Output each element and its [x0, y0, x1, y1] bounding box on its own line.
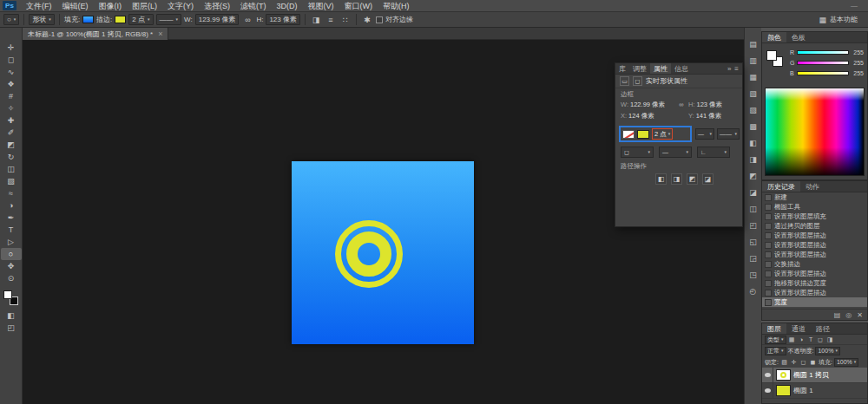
type-tool[interactable]: T	[1, 224, 22, 236]
path-arrangement-icon[interactable]: ∷	[339, 14, 352, 25]
tab-info[interactable]: 信息	[671, 63, 692, 74]
subtract-shape-icon[interactable]: ◨	[671, 173, 682, 185]
eraser-tool[interactable]: ◫	[1, 163, 22, 175]
tool-mode-select[interactable]: 形状 ▾	[29, 14, 55, 25]
menu-window[interactable]: 窗口(W)	[339, 0, 378, 12]
layer-thumbnail[interactable]	[776, 385, 791, 396]
tab-properties[interactable]: 属性	[650, 63, 671, 74]
dock-panel-icon-15[interactable]: ◳	[748, 270, 759, 280]
crop-tool[interactable]: #	[1, 90, 22, 102]
close-icon[interactable]: ×	[158, 29, 162, 38]
green-slider[interactable]	[797, 61, 849, 65]
link-dimensions-icon[interactable]: ∞	[241, 14, 253, 25]
filter-shape-layers-icon[interactable]: ◻	[817, 336, 825, 343]
collapse-panel-icon[interactable]: »	[727, 65, 731, 73]
stroke-corners-dropdown[interactable]: ∟ ▾	[697, 147, 730, 158]
menu-type[interactable]: 文字(Y)	[162, 0, 199, 12]
history-item[interactable]: 设置形状图层描边	[762, 231, 867, 240]
tool-preset-dropdown[interactable]: ○ ▾	[3, 14, 19, 25]
dock-panel-icon-1[interactable]: ▤	[748, 40, 759, 49]
blue-slider[interactable]	[797, 71, 849, 75]
dock-panel-icon-5[interactable]: ▨	[748, 106, 759, 115]
brush-tool[interactable]: ✐	[1, 127, 22, 139]
tab-layers[interactable]: 图层	[762, 323, 786, 334]
no-fill-swatch[interactable]	[622, 130, 635, 139]
tab-color[interactable]: 颜色	[762, 32, 786, 42]
menu-layer[interactable]: 图层(L)	[127, 0, 162, 12]
stroke-align-dropdown[interactable]: ◻ ▾	[621, 147, 654, 158]
shape-height-field[interactable]: 123 像素	[266, 14, 300, 25]
history-item[interactable]: 椭圆工具	[762, 202, 867, 212]
stroke-color-swatch[interactable]	[637, 130, 649, 139]
delete-state-icon[interactable]: ✕	[857, 311, 863, 319]
dock-panel-icon-7[interactable]: ◧	[748, 139, 759, 148]
dock-panel-icon-4[interactable]: ▧	[748, 89, 759, 99]
dock-panel-icon-6[interactable]: ▩	[748, 122, 759, 132]
tab-actions[interactable]: 动作	[800, 181, 825, 192]
history-item[interactable]: 设置形状图层描边	[762, 240, 867, 250]
blur-tool[interactable]: ≈	[1, 187, 22, 199]
stroke-style-dropdown[interactable]: — ▾	[695, 128, 714, 140]
lock-all-icon[interactable]: ◼	[809, 359, 817, 366]
tab-swatches[interactable]: 色板	[786, 32, 811, 42]
layer-row-ellipse-1-copy[interactable]: 椭圆 1 拷贝	[762, 368, 867, 383]
align-edges-checkbox[interactable]	[376, 16, 383, 23]
link-dimensions-icon[interactable]: ∞	[676, 101, 687, 108]
history-item-selected[interactable]: 宽度	[762, 297, 867, 307]
dock-panel-icon-3[interactable]: ▦	[748, 73, 759, 82]
dock-panel-icon-11[interactable]: ◫	[748, 205, 759, 214]
blend-mode-select[interactable]: 正常 ▾	[765, 347, 786, 355]
stroke-type-dropdown[interactable]: —— ▾	[717, 128, 740, 140]
history-item[interactable]: 交换描边	[762, 259, 867, 269]
path-selection-tool[interactable]: ▷	[1, 236, 22, 248]
x-value[interactable]: 124 像素	[628, 112, 654, 121]
document-tab[interactable]: 未标题-1 @ 100%(椭圆 1 拷贝, RGB/8) * ×	[23, 28, 168, 40]
tab-libraries[interactable]: 库	[615, 63, 629, 74]
y-value[interactable]: 141 像素	[696, 112, 722, 121]
eyedropper-tool[interactable]: ✧	[1, 102, 22, 114]
color-spectrum-ramp[interactable]	[765, 88, 865, 176]
menu-3d[interactable]: 3D(D)	[272, 0, 303, 12]
path-operations-icon[interactable]: ◨	[310, 14, 322, 25]
visibility-cell[interactable]	[762, 383, 773, 398]
blue-value[interactable]: 255	[852, 70, 864, 76]
tab-adjustments[interactable]: 调整	[629, 63, 650, 74]
hand-tool[interactable]: ✥	[1, 260, 22, 272]
exclude-shape-icon[interactable]: ◪	[702, 173, 713, 185]
stroke-width-field[interactable]: 2 点 ▾	[128, 14, 153, 25]
window-minimize-icon[interactable]: —	[851, 2, 858, 10]
dock-panel-icon-8[interactable]: ◨	[748, 155, 759, 165]
tab-paths[interactable]: 路径	[811, 323, 835, 334]
lock-pixels-icon[interactable]: ◻	[799, 359, 807, 366]
visibility-cell[interactable]	[762, 368, 773, 382]
green-value[interactable]: 255	[852, 60, 864, 66]
history-item[interactable]: 新建	[762, 192, 867, 202]
width-value[interactable]: 122.99 像素	[630, 101, 665, 109]
dodge-tool[interactable]: ◑	[1, 199, 22, 212]
quick-selection-tool[interactable]: ❖	[1, 78, 22, 90]
layer-row-ellipse-1[interactable]: 椭圆 1	[762, 383, 867, 399]
zoom-tool[interactable]: ⊙	[1, 272, 22, 284]
combine-shapes-icon[interactable]: ◧	[655, 173, 667, 185]
layer-filter-type-select[interactable]: 类型 ▾	[765, 336, 786, 344]
dock-panel-icon-13[interactable]: ◱	[748, 238, 759, 247]
clone-stamp-tool[interactable]: ◩	[1, 139, 22, 151]
gear-icon[interactable]: ✱	[361, 14, 373, 25]
dock-panel-icon-12[interactable]: ◰	[748, 221, 759, 231]
menu-view[interactable]: 视图(V)	[303, 0, 339, 12]
filter-pixel-layers-icon[interactable]: ▦	[788, 336, 796, 343]
tab-channels[interactable]: 通道	[786, 323, 811, 334]
menu-image[interactable]: 图像(I)	[94, 0, 128, 12]
fill-field[interactable]: 100% ▾	[834, 358, 858, 367]
fill-color-swatch[interactable]	[82, 16, 94, 23]
history-item[interactable]: 拖移形状描边宽度	[762, 278, 867, 288]
filter-smart-objects-icon[interactable]: ◨	[826, 336, 834, 343]
new-document-from-state-icon[interactable]: ▤	[834, 311, 841, 319]
lasso-tool[interactable]: ∿	[1, 66, 22, 78]
screen-mode-button[interactable]: ◰	[1, 322, 22, 334]
history-brush-tool[interactable]: ↻	[1, 151, 22, 163]
lock-transparency-icon[interactable]: ▨	[780, 359, 788, 366]
opacity-field[interactable]: 100% ▾	[815, 347, 839, 355]
dock-panel-icon-10[interactable]: ◪	[748, 188, 759, 198]
history-item[interactable]: 通过拷贝的图层	[762, 221, 867, 231]
